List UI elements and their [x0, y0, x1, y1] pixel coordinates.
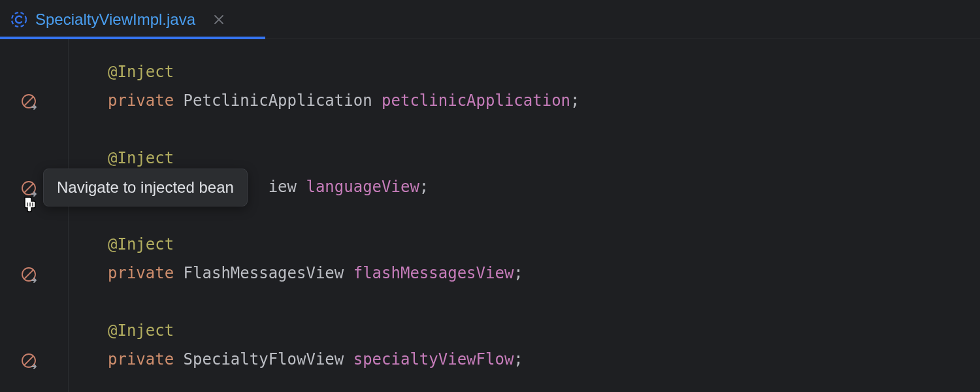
gutter — [0, 39, 69, 392]
annotation: @Inject — [108, 235, 174, 253]
semicolon: ; — [514, 350, 523, 368]
navigate-bean-icon[interactable] — [20, 93, 39, 111]
code-line: @Inject — [108, 230, 980, 259]
semicolon: ; — [419, 178, 429, 196]
field-name: flashMessagesView — [353, 264, 514, 282]
field-name: specialtyViewFlow — [353, 350, 514, 368]
tab-bar: SpecialtyViewImpl.java — [0, 0, 980, 39]
svg-line-2 — [24, 97, 33, 106]
svg-line-4 — [24, 184, 33, 193]
tooltip-text: Navigate to injected bean — [57, 178, 234, 196]
svg-point-0 — [12, 12, 26, 27]
keyword: private — [108, 350, 174, 368]
semicolon: ; — [514, 264, 523, 282]
svg-line-8 — [24, 356, 33, 365]
close-icon[interactable] — [212, 13, 225, 26]
navigate-bean-icon[interactable] — [20, 266, 39, 284]
editor: @Inject private PetclinicApplication pet… — [0, 39, 980, 392]
type-name: FlashMessagesView — [184, 264, 344, 282]
code-line: private SpecialtyFlowView specialtyViewF… — [108, 345, 980, 374]
field-name: petclinicApplication — [382, 91, 570, 110]
annotation: @Inject — [108, 149, 174, 167]
code-area[interactable]: @Inject private PetclinicApplication pet… — [69, 39, 980, 392]
code-line-empty — [108, 287, 980, 316]
annotation: @Inject — [108, 63, 174, 81]
type-name: PetclinicApplication — [184, 91, 372, 110]
keyword: private — [108, 264, 174, 282]
svg-line-6 — [24, 270, 33, 279]
tooltip-navigate-bean: Navigate to injected bean — [43, 169, 248, 206]
class-icon — [10, 11, 27, 28]
annotation: @Inject — [108, 321, 174, 340]
cursor-pointer-icon — [21, 195, 38, 216]
tab-label: SpecialtyViewImpl.java — [35, 10, 195, 29]
code-line: @Inject — [108, 316, 980, 345]
field-name: languageView — [306, 178, 419, 196]
type-name: SpecialtyFlowView — [184, 350, 344, 368]
tab-specialty-view[interactable]: SpecialtyViewImpl.java — [0, 0, 236, 39]
type-name: iew — [269, 178, 297, 196]
code-line: private FlashMessagesView flashMessagesV… — [108, 259, 980, 287]
code-line-empty — [108, 115, 980, 144]
keyword: private — [108, 91, 174, 110]
code-line: private PetclinicApplication petclinicAp… — [108, 86, 980, 115]
navigate-bean-icon[interactable] — [20, 352, 39, 370]
code-line: @Inject — [108, 57, 980, 86]
semicolon: ; — [570, 91, 580, 110]
